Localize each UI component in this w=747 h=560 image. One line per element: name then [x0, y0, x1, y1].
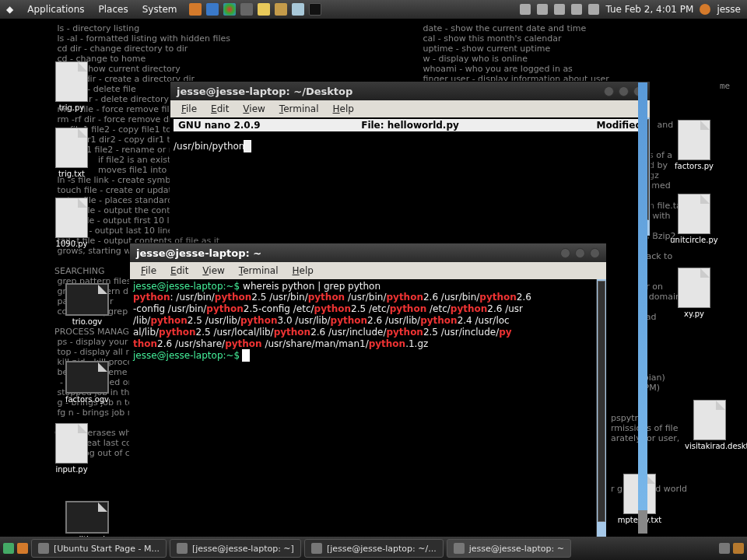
- term-title: jesse@jesse-laptop: ~: [136, 247, 261, 259]
- tray-icon-1[interactable]: [520, 4, 531, 15]
- menu-help[interactable]: Help: [327, 103, 360, 114]
- menu-file[interactable]: File: [175, 103, 203, 114]
- desktop-icon-factors-py[interactable]: factors.py: [669, 120, 719, 170]
- window-icon: [177, 543, 188, 554]
- panel-left: ◆ Applications Places System: [0, 3, 321, 16]
- firefox-taskbar-icon[interactable]: [17, 543, 28, 554]
- taskbar-label: [jesse@jesse-laptop: ~]: [192, 544, 294, 554]
- launcher-icons: [189, 3, 321, 16]
- desktop-icon-visitakirad-desktop[interactable]: visitakirad.desktop: [685, 400, 735, 450]
- icon-label: visitakirad.desktop: [685, 442, 747, 450]
- taskbar-label: [Ubuntu Start Page - M...: [54, 544, 160, 554]
- desktop-icon-factors-ogv[interactable]: factors.ogv: [62, 361, 112, 404]
- term-titlebar[interactable]: jesse@jesse-laptop: ~: [130, 243, 606, 262]
- firefox-icon[interactable]: [189, 3, 202, 16]
- taskbar-button[interactable]: [jesse@jesse-laptop: ~/...: [304, 539, 444, 558]
- show-desktop-icon[interactable]: [3, 543, 14, 554]
- taskbar-button[interactable]: jesse@jesse-laptop: ~: [447, 539, 571, 558]
- right-scrollbar-fragment[interactable]: [638, 82, 647, 534]
- menu-view[interactable]: View: [196, 265, 230, 276]
- system-menu[interactable]: System: [136, 4, 184, 15]
- menu-terminal[interactable]: Terminal: [233, 265, 285, 276]
- menu-edit[interactable]: Edit: [205, 103, 235, 114]
- menu-file[interactable]: File: [135, 265, 163, 276]
- gnome-menu-icon[interactable]: ◆: [0, 4, 19, 15]
- taskbar-button[interactable]: [jesse@jesse-laptop: ~]: [170, 539, 301, 558]
- maximize-button[interactable]: [619, 86, 629, 96]
- term-window-buttons: [560, 248, 600, 258]
- desktop-icon-1090-py[interactable]: 1090.py: [47, 198, 96, 248]
- menu-edit[interactable]: Edit: [164, 265, 195, 276]
- scrollbar-thumb[interactable]: [598, 281, 605, 522]
- menu-view[interactable]: View: [237, 103, 271, 114]
- command: whereis python | grep python: [243, 281, 381, 292]
- text-file-icon: [678, 194, 710, 234]
- prompt: jesse@jesse-laptop:~$: [133, 281, 240, 292]
- volume-icon[interactable]: [588, 4, 599, 15]
- prompt: jesse@jesse-laptop:~$: [133, 350, 240, 361]
- terminal-launcher-icon[interactable]: [309, 3, 321, 16]
- minimize-button[interactable]: [560, 248, 570, 258]
- video-file-icon: [65, 501, 109, 534]
- minimize-button[interactable]: [604, 86, 614, 96]
- menu-help[interactable]: Help: [286, 265, 320, 276]
- terminal-window-nano[interactable]: jesse@jesse-laptop: ~/Desktop File Edit …: [170, 81, 651, 236]
- app-icon-2[interactable]: [292, 3, 304, 16]
- nano-cursor: [244, 141, 251, 152]
- video-file-icon: [65, 361, 109, 394]
- chrome-icon[interactable]: [223, 3, 236, 16]
- desktop-icon-trig-py[interactable]: trig.py: [47, 61, 96, 112]
- text-file-icon: [693, 400, 726, 440]
- user-icon[interactable]: [700, 4, 710, 15]
- taskbar-button[interactable]: [Ubuntu Start Page - M...: [31, 539, 167, 558]
- maximize-button[interactable]: [575, 248, 585, 258]
- window-icon: [454, 543, 465, 554]
- grep-output: python: /usr/bin/python2.5 /usr/bin/pyth…: [133, 292, 603, 350]
- help-icon[interactable]: [206, 3, 219, 16]
- desktop-icon-conditionals-ogv[interactable]: conditionals.ogv: [62, 501, 112, 537]
- nano-titlebar[interactable]: jesse@jesse-laptop: ~/Desktop: [170, 82, 650, 100]
- text-file-icon: [55, 198, 88, 238]
- files-icon[interactable]: [275, 3, 287, 16]
- app-icon-1[interactable]: [240, 3, 253, 16]
- notes-icon[interactable]: [258, 3, 270, 16]
- bottom-panel: [Ubuntu Start Page - M...[jesse@jesse-la…: [0, 537, 747, 560]
- clock[interactable]: Tue Feb 2, 4:01 PM: [605, 4, 693, 15]
- nano-file: File: helloworld.py: [361, 120, 459, 131]
- icon-label: trio.ogv: [72, 317, 102, 326]
- desktop-icon-trig-txt[interactable]: trig.txt: [47, 128, 96, 178]
- applications-menu[interactable]: Applications: [21, 4, 90, 15]
- desktop-icon-input-py[interactable]: input.py: [47, 423, 96, 474]
- nano-text: /usr/bin/python: [174, 141, 244, 152]
- user-menu[interactable]: jesse: [717, 4, 741, 15]
- tray-icon-2[interactable]: [537, 4, 548, 15]
- video-file-icon: [65, 283, 109, 316]
- term-scrollbar[interactable]: [596, 279, 606, 537]
- network-icon[interactable]: [571, 4, 582, 15]
- term-menubar: File Edit View Terminal Help: [130, 262, 606, 279]
- nano-version: GNU nano 2.0.9: [178, 120, 261, 131]
- nano-body[interactable]: GNU nano 2.0.9 File: helloworld.py Modif…: [170, 117, 650, 236]
- workspace-switcher[interactable]: [719, 543, 730, 554]
- term-body[interactable]: jesse@jesse-laptop:~$ whereis python | g…: [130, 279, 606, 537]
- desktop-icon-trio-ogv[interactable]: trio.ogv: [62, 283, 112, 326]
- scrollbar-thumb[interactable]: [638, 510, 647, 534]
- desktop[interactable]: ls - directory listing ls -al - formatte…: [0, 19, 747, 537]
- terminal-window-main[interactable]: jesse@jesse-laptop: ~ File Edit View Ter…: [129, 243, 607, 537]
- taskbar-label: [jesse@jesse-laptop: ~/...: [327, 544, 437, 554]
- desktop-icon-unitcircle-py[interactable]: unitcircle.py: [669, 194, 719, 244]
- icon-label: factors.py: [675, 162, 714, 170]
- close-button[interactable]: [590, 248, 600, 258]
- nano-status-bar: GNU nano 2.0.9 File: helloworld.py Modif…: [174, 119, 647, 131]
- menu-terminal[interactable]: Terminal: [273, 103, 325, 114]
- panel-right: Tue Feb 2, 4:01 PM jesse: [520, 4, 747, 15]
- window-icon: [38, 543, 49, 554]
- taskbar-label: jesse@jesse-laptop: ~: [469, 544, 564, 554]
- term-line-cmd: jesse@jesse-laptop:~$ whereis python | g…: [133, 281, 603, 292]
- icon-label: xy.py: [684, 310, 704, 318]
- trash-icon[interactable]: [733, 543, 744, 554]
- tray-icon-3[interactable]: [554, 4, 565, 15]
- desktop-icon-xy-py[interactable]: xy.py: [669, 268, 719, 318]
- places-menu[interactable]: Places: [93, 4, 135, 15]
- text-file-icon: [678, 120, 710, 160]
